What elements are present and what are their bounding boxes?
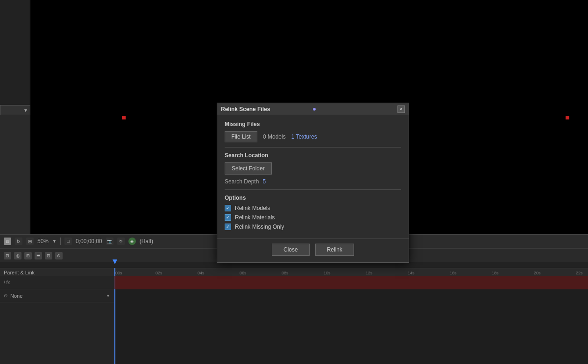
refresh-icon: ↻ — [117, 238, 125, 245]
timeline-header-label: Parent & Link — [0, 268, 114, 276]
ruler-22s: 22s — [576, 271, 583, 275]
ruler-08s: 08s — [282, 271, 289, 275]
file-list-button[interactable]: File List — [225, 131, 257, 142]
parent-link-label: Parent & Link — [4, 270, 35, 275]
missing-files-label: Missing Files — [225, 121, 401, 127]
tc-icon4: ☰ — [35, 252, 42, 259]
tc-icon6: ⊙ — [55, 252, 63, 259]
search-depth-row: Search Depth 5 — [225, 178, 401, 185]
ruler-16s: 16s — [450, 271, 457, 275]
check-icon-3: ✓ — [226, 224, 230, 229]
checkbox-relink-models[interactable]: ✓ Relink Models — [225, 205, 401, 211]
ruler-02s: 02s — [156, 271, 163, 275]
resolution-icon: □ — [64, 238, 72, 245]
divider1 — [60, 238, 61, 245]
search-depth-label: Search Depth — [225, 178, 259, 185]
ruler-00s: 00s — [115, 271, 122, 275]
relink-button[interactable]: Relink — [315, 244, 354, 256]
tc-icon5: ⊡ — [45, 252, 52, 259]
monitor-icon: 🖥 — [4, 238, 11, 245]
timeline-left-row1: / fx — [0, 276, 114, 289]
ruler-18s: 18s — [492, 271, 499, 275]
check-icon-1: ✓ — [226, 206, 230, 210]
chevron-icon: ▼ — [52, 239, 57, 244]
textures-count: 1 Textures — [291, 133, 317, 140]
models-count: 0 Models — [263, 133, 286, 140]
fx-label: / fx — [4, 280, 10, 285]
timeline-red-track — [114, 276, 588, 289]
relink-materials-label: Relink Materials — [235, 214, 275, 221]
file-list-row: File List 0 Models 1 Textures — [225, 131, 401, 142]
corner-marker-tl — [122, 116, 126, 119]
camera-icon: 📷 — [106, 238, 113, 245]
timeline-content: / fx ⊙ None ▼ — [0, 276, 588, 364]
color-wheel-icon: ◉ — [128, 238, 136, 245]
chevron-down-icon: ▼ — [23, 108, 28, 113]
relink-missing-only-checkbox[interactable]: ✓ — [225, 224, 231, 230]
tc-icon3: ⊞ — [24, 252, 32, 259]
timeline-left-row2[interactable]: ⊙ None ▼ — [0, 289, 114, 302]
dialog-titlebar: Relink Scene Files × — [217, 103, 409, 115]
tc-icon2: ◎ — [14, 252, 21, 259]
relink-models-label: Relink Models — [235, 205, 270, 211]
search-location-label: Search Location — [225, 152, 401, 159]
options-label: Options — [225, 195, 401, 201]
ruler-10s: 10s — [324, 271, 331, 275]
timeline-track-area — [114, 276, 588, 364]
check-icon-2: ✓ — [226, 215, 230, 220]
timeline-ruler: 00s 02s 04s 06s 08s 10s 12s 14s 16s 18s … — [114, 268, 588, 276]
close-button[interactable]: Close — [272, 244, 310, 256]
timeline-area: ⊡ ◎ ⊞ ☰ ⊡ ⊙ Parent & Link 00s 02s 04s 06… — [0, 248, 588, 364]
fx-icon: fx — [15, 238, 22, 245]
ruler-20s: 20s — [534, 271, 541, 275]
dialog-close-button[interactable]: × — [397, 105, 405, 113]
checkbox-relink-missing-only[interactable]: ✓ Relink Missing Only — [225, 224, 401, 230]
relink-materials-checkbox[interactable]: ✓ — [225, 214, 231, 221]
grid-icon: ⊞ — [26, 238, 34, 245]
divider-2 — [225, 189, 401, 190]
search-location-row: Select Folder — [225, 162, 401, 175]
checkbox-relink-materials[interactable]: ✓ Relink Materials — [225, 214, 401, 221]
sidebar-top-area — [0, 0, 30, 107]
close-icon: × — [400, 106, 403, 112]
quality-label[interactable]: (Half) — [140, 238, 153, 245]
options-section: Options ✓ Relink Models ✓ Relink Materia… — [225, 195, 401, 230]
divider-1 — [225, 147, 401, 147]
ruler-marks: 00s 02s 04s 06s 08s 10s 12s 14s 16s 18s … — [114, 268, 588, 276]
sidebar-dropdown[interactable]: ▼ — [0, 105, 30, 115]
dialog-body: Missing Files File List 0 Models 1 Textu… — [217, 115, 409, 238]
dialog-footer: Close Relink — [217, 238, 409, 262]
zoom-value[interactable]: 50% — [37, 238, 49, 245]
glow-indicator — [313, 108, 316, 111]
none-icon: ⊙ — [4, 293, 7, 298]
search-depth-value[interactable]: 5 — [262, 178, 266, 185]
ruler-12s: 12s — [366, 271, 373, 275]
corner-marker-tr — [566, 116, 569, 119]
ruler-06s: 06s — [240, 271, 247, 275]
ruler-14s: 14s — [408, 271, 415, 275]
tc-icon1: ⊡ — [4, 252, 11, 259]
select-folder-button[interactable]: Select Folder — [225, 162, 272, 175]
dialog-title: Relink Scene Files — [221, 106, 270, 112]
none-label[interactable]: None — [10, 293, 22, 299]
dropdown-arrow: ▼ — [106, 294, 110, 298]
relink-missing-only-label: Relink Missing Only — [235, 224, 284, 230]
timeline-left-panel: / fx ⊙ None ▼ — [0, 276, 114, 364]
ruler-04s: 04s — [198, 271, 205, 275]
time-display: 0;00;00;00 — [76, 238, 102, 245]
relink-models-checkbox[interactable]: ✓ — [225, 205, 231, 211]
sidebar: ▼ — [0, 0, 30, 243]
relink-dialog: Relink Scene Files × Missing Files File … — [217, 103, 409, 263]
